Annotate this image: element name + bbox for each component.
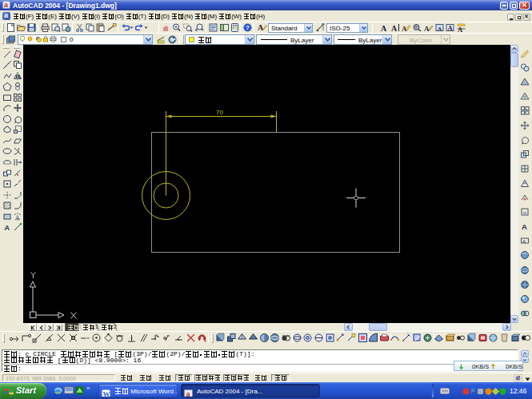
- svg-text:A: A: [258, 23, 264, 32]
- svg-text:A: A: [4, 224, 10, 232]
- svg-text:A: A: [391, 24, 398, 33]
- svg-text:A: A: [522, 222, 527, 231]
- svg-text:W: W: [103, 390, 110, 398]
- svg-text:A: A: [522, 239, 526, 244]
- svg-text:A: A: [448, 24, 454, 32]
- svg-text:?: ?: [246, 24, 250, 31]
- svg-text:A: A: [424, 25, 430, 33]
- svg-text:A: A: [438, 26, 442, 32]
- svg-text:70: 70: [216, 109, 223, 116]
- svg-text:A: A: [381, 24, 387, 33]
